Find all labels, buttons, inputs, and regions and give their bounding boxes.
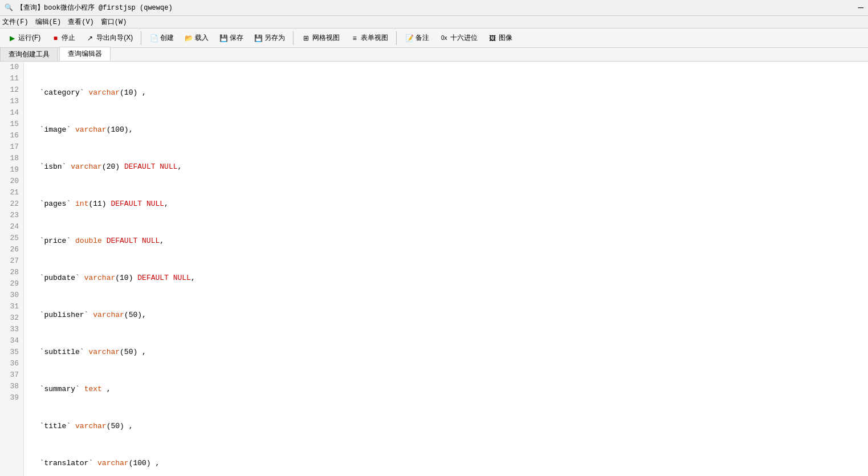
tab-bar: 查询创建工具 查询编辑器 <box>0 48 868 62</box>
menu-window[interactable]: 窗口(W) <box>101 17 127 27</box>
tab-query-editor[interactable]: 查询编辑器 <box>59 47 111 61</box>
line-num-24: 24 <box>0 221 23 233</box>
load-icon: 📂 <box>184 34 193 43</box>
line-num-32: 32 <box>0 312 23 324</box>
menu-view[interactable]: 查看(V) <box>68 17 94 27</box>
form-icon: ≡ <box>350 34 359 43</box>
create-button[interactable]: 📄 创建 <box>145 31 178 44</box>
code-line-12: `isbn` varchar(20) DEFAULT NULL, <box>31 161 868 173</box>
stop-button[interactable]: ■ 停止 <box>47 31 79 44</box>
export-icon: ↗ <box>85 34 95 43</box>
menu-file[interactable]: 文件(F) <box>2 17 28 27</box>
separator-3 <box>396 31 397 45</box>
line-num-37: 37 <box>0 369 23 381</box>
title-bar-left: 🔍 【查询】book微信小程序 @firstjsp (qwewqe) <box>5 3 173 13</box>
hex-button[interactable]: 0x 十六进位 <box>435 31 482 44</box>
line-num-28: 28 <box>0 267 23 278</box>
title-bar: 🔍 【查询】book微信小程序 @firstjsp (qwewqe) — <box>0 0 868 16</box>
export-label: 导出向导(X) <box>96 33 133 43</box>
toolbar: ▶ 运行(F) ■ 停止 ↗ 导出向导(X) 📄 创建 📂 载入 💾 保存 💾 … <box>0 29 868 48</box>
line-num-26: 26 <box>0 244 23 255</box>
line-num-11: 11 <box>0 73 23 84</box>
hex-icon: 0x <box>439 34 449 43</box>
code-line-19: `title` varchar(50) , <box>31 421 868 432</box>
run-label: 运行(F) <box>18 33 40 43</box>
image-button[interactable]: 🖼 图像 <box>484 31 516 44</box>
line-num-23: 23 <box>0 210 23 221</box>
line-num-38: 38 <box>0 381 23 392</box>
line-num-18: 18 <box>0 153 23 164</box>
form-label: 表单视图 <box>361 33 388 43</box>
line-num-22: 22 <box>0 198 23 210</box>
line-num-16: 16 <box>0 130 23 141</box>
save-as-icon: 💾 <box>254 34 263 43</box>
comment-button[interactable]: 📝 备注 <box>401 31 433 44</box>
code-line-16: `publisher` varchar(50), <box>31 310 868 321</box>
line-num-36: 36 <box>0 358 23 369</box>
save-icon: 💾 <box>219 34 228 43</box>
grid-icon: ⊞ <box>301 34 311 43</box>
create-icon: 📄 <box>149 34 158 43</box>
image-icon: 🖼 <box>488 34 497 43</box>
grid-label: 网格视图 <box>312 33 340 43</box>
comment-label: 备注 <box>415 33 429 43</box>
app-icon: 🔍 <box>5 3 13 12</box>
line-num-20: 20 <box>0 176 23 187</box>
code-line-14: `price` double DEFAULT NULL, <box>31 235 868 247</box>
line-num-30: 30 <box>0 290 23 301</box>
code-line-15: `pubdate` varchar(10) DEFAULT NULL, <box>31 272 868 284</box>
line-num-39: 39 <box>0 392 23 404</box>
run-button[interactable]: ▶ 运行(F) <box>3 31 44 44</box>
line-num-27: 27 <box>0 255 23 267</box>
load-button[interactable]: 📂 载入 <box>180 31 213 44</box>
line-num-12: 12 <box>0 84 23 96</box>
separator-1 <box>141 31 141 45</box>
line-num-35: 35 <box>0 347 23 358</box>
save-label: 保存 <box>230 33 243 43</box>
tab-query-builder[interactable]: 查询创建工具 <box>0 47 58 61</box>
save-button[interactable]: 💾 保存 <box>215 31 247 44</box>
run-icon: ▶ <box>7 34 17 43</box>
line-num-29: 29 <box>0 278 23 290</box>
create-label: 创建 <box>160 33 174 43</box>
line-num-34: 34 <box>0 335 23 347</box>
line-num-21: 21 <box>0 187 23 198</box>
code-line-17: `subtitle` varchar(50) , <box>31 347 868 358</box>
code-line-11: `image` varchar(100), <box>31 124 868 136</box>
stop-icon: ■ <box>51 34 60 43</box>
code-content[interactable]: `category` varchar(10) , `image` varchar… <box>24 62 868 476</box>
load-label: 载入 <box>195 33 209 43</box>
editor-area[interactable]: 10 11 12 13 14 15 16 17 18 19 20 21 22 2… <box>0 62 868 476</box>
menu-bar: 文件(F) 编辑(E) 查看(V) 窗口(W) <box>0 16 868 29</box>
export-button[interactable]: ↗ 导出向导(X) <box>81 31 137 44</box>
line-numbers: 10 11 12 13 14 15 16 17 18 19 20 21 22 2… <box>0 62 24 476</box>
line-num-13: 13 <box>0 96 23 107</box>
save-as-button[interactable]: 💾 另存为 <box>250 31 289 44</box>
line-num-14: 14 <box>0 107 23 119</box>
line-num-10: 10 <box>0 62 23 73</box>
code-line-20: `translator` varchar(100) , <box>31 458 868 469</box>
menu-edit[interactable]: 编辑(E) <box>35 17 62 27</box>
line-num-15: 15 <box>0 119 23 130</box>
title-text: 【查询】book微信小程序 @firstjsp (qwewqe) <box>17 3 173 13</box>
code-line-13: `pages` int(11) DEFAULT NULL, <box>31 198 868 210</box>
close-button[interactable]: — <box>858 3 863 13</box>
line-num-17: 17 <box>0 141 23 153</box>
comment-icon: 📝 <box>405 34 414 43</box>
save-as-label: 另存为 <box>264 33 285 43</box>
line-num-33: 33 <box>0 324 23 335</box>
grid-view-button[interactable]: ⊞ 网格视图 <box>298 31 344 44</box>
form-view-button[interactable]: ≡ 表单视图 <box>346 31 392 44</box>
code-line-18: `summary` text , <box>31 384 868 395</box>
line-num-19: 19 <box>0 164 23 176</box>
line-num-31: 31 <box>0 301 23 312</box>
separator-2 <box>293 31 294 45</box>
code-line-10: `category` varchar(10) , <box>31 87 868 99</box>
image-label: 图像 <box>499 33 512 43</box>
line-num-25: 25 <box>0 233 23 244</box>
stop-label: 停止 <box>62 33 75 43</box>
hex-label: 十六进位 <box>450 33 478 43</box>
